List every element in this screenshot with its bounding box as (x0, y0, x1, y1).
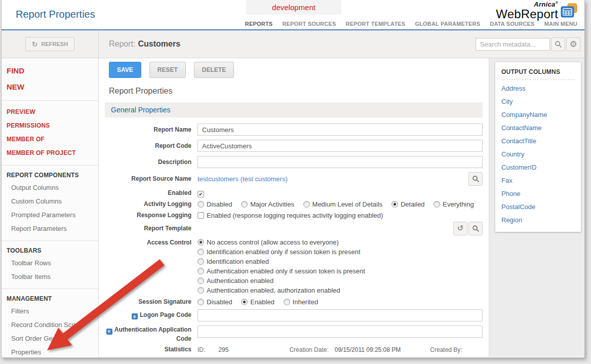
output-column-customerid[interactable]: CustomerID (501, 161, 575, 174)
radio-icon (303, 201, 310, 208)
environment-tab[interactable]: development (246, 0, 341, 15)
section-title-report-components: REPORT COMPONENTS (2, 170, 98, 181)
output-column-contactname[interactable]: ContactName (501, 122, 575, 135)
enabled-checkbox[interactable]: ✔ (198, 191, 204, 197)
description-label: Description (105, 158, 198, 166)
nav-reports[interactable]: REPORTS (245, 21, 273, 27)
report-source-lookup-button[interactable] (468, 172, 483, 186)
sidebar-item-preview[interactable]: PREVIEW (2, 105, 98, 119)
sidebar-item-record-condition-script[interactable]: Record Condition Script (2, 318, 98, 332)
reset-button[interactable]: RESET (149, 62, 186, 78)
general-properties-form: Report Name Report Code Description Repo… (99, 124, 489, 353)
output-column-region[interactable]: Region (501, 214, 575, 227)
report-source-link[interactable]: testcustomers (test customers) (198, 175, 288, 183)
sidebar-item-new[interactable]: NEW (2, 79, 98, 95)
sidebar-item-member-of-project[interactable]: MEMBER OF PROJECT (2, 146, 98, 160)
settings-button[interactable]: ⚙ (566, 37, 580, 51)
report-source-name-label: Report Source Name (105, 175, 198, 183)
refresh-button[interactable]: ↻ REFRESH (25, 37, 74, 51)
save-button[interactable]: SAVE (109, 62, 141, 78)
section-title-toolbars: TOOLBARS (2, 246, 98, 256)
sidebar-item-output-columns[interactable]: Output Columns (2, 181, 98, 194)
radio-icon (198, 277, 204, 284)
activity-logging-option-disabled[interactable]: Disabled (198, 200, 232, 208)
sidebar: FIND NEW PREVIEW PERMISSIONS MEMBER OF M… (2, 58, 99, 357)
sidebar-item-custom-columns[interactable]: Custom Columns (2, 194, 98, 208)
access-control-option-identification-token[interactable]: Identification enabled only if session t… (198, 247, 483, 257)
access-control-option-authentication[interactable]: Authentication enabled (198, 276, 483, 286)
search-button[interactable] (551, 37, 565, 51)
output-column-postalcode[interactable]: PostalCode (501, 200, 575, 214)
undo-icon: ↺ (457, 224, 464, 233)
report-template-lookup-button[interactable] (468, 222, 483, 235)
output-column-companyname[interactable]: CompanyName (501, 108, 575, 122)
auth-app-code-input[interactable] (198, 326, 483, 338)
report-template-label: Report Template (105, 225, 198, 232)
output-column-country[interactable]: Country (501, 148, 575, 161)
nav-report-templates[interactable]: REPORT TEMPLATES (345, 21, 405, 27)
section-title-management: MANAGEMENT (2, 294, 98, 304)
delete-button[interactable]: DELETE (194, 62, 234, 78)
access-control-option-none[interactable]: No access control (allow access to every… (198, 237, 483, 247)
sidebar-item-toolbar-items[interactable]: Toolbar Items (2, 270, 98, 284)
output-column-city[interactable]: City (501, 95, 575, 108)
description-input[interactable] (198, 156, 483, 168)
report-code-label: Report Code (105, 142, 198, 150)
report-name-label: Report Name (105, 126, 198, 134)
response-logging-label: Response Logging (105, 212, 198, 219)
page-heading: Report Properties (99, 78, 489, 96)
page-title: Report Properties (16, 9, 95, 20)
nav-global-parameters[interactable]: GLOBAL PARAMETERS (415, 21, 480, 27)
radio-icon (198, 201, 204, 208)
activity-logging-option-everything[interactable]: Everything (434, 200, 474, 208)
app-header: Report Properties development Arnica® We… (2, 0, 584, 30)
radio-icon (198, 299, 204, 305)
app-window: Report Properties development Arnica® We… (1, 0, 585, 358)
sidebar-item-find[interactable]: FIND (2, 63, 98, 79)
search-icon (555, 41, 562, 48)
output-column-address[interactable]: Address (501, 82, 575, 95)
radio-selected-icon (391, 201, 398, 208)
nav-report-sources[interactable]: REPORT SOURCES (282, 21, 336, 27)
activity-logging-option-detailed[interactable]: Detailed (391, 200, 425, 208)
sidebar-item-permissions[interactable]: PERMISSIONS (2, 119, 98, 133)
report-code-input[interactable] (198, 140, 483, 152)
sidebar-item-report-parameters[interactable]: Report Parameters (2, 222, 98, 235)
nav-main-menu[interactable]: MAIN MENU (544, 21, 577, 27)
radio-icon (241, 201, 248, 208)
report-template-reset-button[interactable]: ↺ (453, 222, 467, 235)
output-column-phone[interactable]: Phone (501, 187, 575, 200)
session-signature-option-enabled[interactable]: Enabled (241, 298, 274, 306)
response-logging-checkbox-option[interactable]: Enabled (response logging requires activ… (198, 212, 383, 219)
brand-product: WebReport (496, 8, 558, 20)
radio-icon (284, 299, 290, 305)
check-icon: ✔ (199, 191, 203, 197)
stat-created-by-label: Created By: (430, 346, 462, 353)
search-input[interactable] (476, 38, 550, 51)
auth-app-code-label: EAuthentication Application Code (105, 326, 198, 343)
main-content: SAVE RESET DELETE Report Properties Gene… (99, 58, 489, 357)
output-column-contacttitle[interactable]: ContactTitle (501, 135, 575, 148)
access-control-option-authorization[interactable]: Authentication enabled, authorization en… (198, 286, 483, 295)
session-signature-option-inherited[interactable]: Inherited (284, 298, 319, 306)
access-control-option-identification[interactable]: Identification enabled (198, 257, 483, 266)
checkbox-icon (198, 212, 204, 219)
sidebar-item-prompted-parameters[interactable]: Prompted Parameters (2, 208, 98, 222)
access-control-option-authentication-token[interactable]: Authentication enabled only if session t… (198, 266, 483, 276)
sidebar-item-toolbar-rows[interactable]: Toolbar Rows (2, 256, 98, 270)
toolbar-row: ↻ REFRESH Report:Customers ⚙ (2, 30, 584, 58)
report-name-input[interactable] (198, 124, 483, 136)
nav-data-sources[interactable]: DATA SOURCES (490, 21, 534, 27)
session-signature-option-disabled[interactable]: Disabled (198, 298, 232, 306)
radio-selected-icon (241, 299, 248, 305)
activity-logging-option-major[interactable]: Major Activities (241, 200, 294, 208)
gear-icon: ⚙ (569, 40, 577, 49)
sidebar-item-member-of[interactable]: MEMBER OF (2, 133, 98, 146)
section-heading-general-properties: General Properties (105, 102, 483, 117)
output-column-fax[interactable]: Fax (501, 174, 575, 187)
activity-logging-option-medium[interactable]: Medium Level of Details (303, 200, 383, 208)
sidebar-item-sort-order-general-properties[interactable]: Sort Order General Properties (2, 332, 98, 358)
radio-icon (198, 287, 204, 294)
sidebar-item-filters[interactable]: Filters (2, 304, 98, 318)
logon-page-code-input[interactable] (198, 309, 483, 321)
